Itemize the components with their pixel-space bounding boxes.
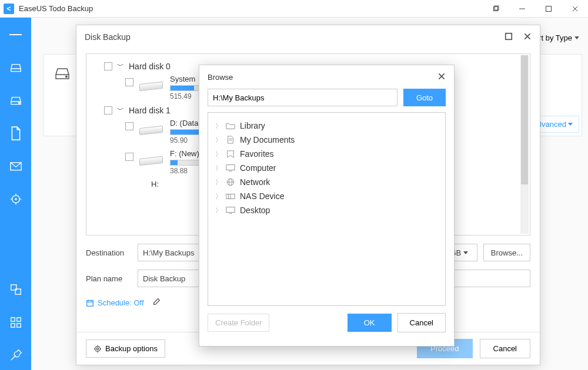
folder-icon (226, 122, 235, 130)
nas-icon (226, 192, 235, 200)
svg-rect-24 (87, 300, 93, 306)
tree-node-library[interactable]: 〉Library (215, 119, 438, 133)
destination-label: Destination (86, 248, 132, 257)
scrollbar[interactable] (520, 55, 529, 234)
checkbox[interactable] (125, 153, 133, 161)
svg-rect-17 (16, 318, 20, 321)
sidebar-system-icon[interactable] (9, 94, 22, 107)
browse-title: Browse (208, 73, 233, 82)
restore-down-icon[interactable] (482, 0, 509, 18)
checkbox[interactable] (125, 78, 133, 86)
browse-footer: Create Folder OK Cancel (199, 306, 454, 339)
sidebar-target-icon[interactable] (9, 193, 22, 206)
node-label: Library (240, 121, 265, 130)
minimize-button[interactable] (509, 0, 535, 18)
tree-node-nas[interactable]: 〉NAS Device (215, 189, 438, 203)
svg-rect-3 (546, 6, 551, 11)
globe-icon (226, 178, 235, 186)
disk-window-title: Disk Backup (85, 32, 131, 42)
browse-dialog: Browse Goto 〉Library 〉My Documents 〉Favo… (199, 65, 455, 347)
svg-rect-21 (506, 33, 512, 39)
backup-options-button[interactable]: Backup options (86, 339, 165, 358)
svg-point-9 (15, 198, 17, 200)
node-label: Computer (240, 163, 276, 173)
browse-tree: 〉Library 〉My Documents 〉Favorites 〉Compu… (208, 112, 446, 306)
node-label: My Documents (240, 135, 295, 144)
disk-label: Hard disk 1 (129, 106, 171, 115)
doc-icon (226, 136, 235, 144)
sidebar-apps-icon[interactable] (9, 316, 22, 329)
disk-window-titlebar: Disk Backup (76, 25, 540, 49)
sidebar-disk-icon[interactable] (9, 61, 22, 74)
svg-point-20 (66, 76, 67, 77)
svg-rect-19 (16, 324, 20, 327)
tree-node-desktop[interactable]: 〉Desktop (215, 203, 438, 217)
svg-rect-16 (11, 318, 14, 321)
node-label: Desktop (240, 206, 270, 215)
browse-cancel-button[interactable]: Cancel (397, 313, 446, 332)
edit-icon[interactable] (152, 298, 161, 308)
chevron-down-icon (568, 123, 573, 126)
monitor-icon (226, 164, 235, 172)
chevron-down-icon[interactable]: ﹀ (117, 61, 124, 71)
browse-button[interactable]: Browse... (483, 244, 530, 261)
schedule-label: Schedule: Off (98, 298, 144, 307)
tree-node-computer[interactable]: 〉Computer (215, 161, 438, 175)
schedule-link[interactable]: Schedule: Off (86, 298, 144, 307)
main-area: Sort by Type Advanced Disk Backup (31, 18, 588, 370)
checkbox[interactable] (125, 122, 133, 130)
svg-point-28 (95, 346, 101, 351)
disk-window-maximize[interactable] (505, 32, 513, 42)
disk-window-close[interactable] (523, 32, 532, 42)
sidebar-tools-icon[interactable] (9, 349, 22, 362)
svg-rect-46 (226, 207, 235, 213)
node-label: Network (240, 177, 270, 187)
svg-point-29 (96, 348, 99, 350)
plan-name-label: Plan name (86, 274, 132, 283)
titlebar: < EaseUS Todo Backup (0, 0, 588, 18)
monitor-icon (226, 206, 235, 214)
maximize-button[interactable] (535, 0, 562, 18)
gear-icon (93, 345, 102, 353)
app-title: EaseUS Todo Backup (19, 4, 93, 13)
node-label: Favorites (240, 149, 274, 159)
tree-node-network[interactable]: 〉Network (215, 175, 438, 189)
svg-rect-18 (11, 324, 14, 327)
tree-node-favorites[interactable]: 〉Favorites (215, 147, 438, 161)
close-button[interactable] (562, 0, 588, 18)
scrollbar-thumb[interactable] (521, 55, 528, 184)
sidebar (0, 18, 31, 370)
disk-label: Hard disk 0 (129, 62, 171, 71)
sidebar-clone-icon[interactable] (9, 283, 22, 296)
browse-close-button[interactable] (437, 72, 446, 82)
create-folder-button[interactable]: Create Folder (208, 314, 269, 332)
chevron-down-icon (463, 251, 468, 254)
app-logo-icon: < (4, 4, 14, 14)
svg-point-6 (18, 102, 19, 103)
cancel-button[interactable]: Cancel (480, 339, 530, 358)
checkbox[interactable] (104, 106, 112, 115)
path-input[interactable] (208, 89, 397, 106)
sidebar-file-icon[interactable] (9, 127, 22, 140)
node-label: NAS Device (240, 191, 284, 201)
window-buttons (482, 0, 588, 18)
browse-titlebar: Browse (199, 65, 454, 89)
checkbox[interactable] (104, 62, 112, 70)
svg-rect-38 (226, 165, 235, 170)
tree-node-documents[interactable]: 〉My Documents (215, 133, 438, 147)
star-icon (226, 150, 235, 158)
disk-icon (139, 149, 164, 167)
goto-button[interactable]: Goto (403, 89, 446, 106)
sidebar-mail-icon[interactable] (9, 160, 22, 173)
disk-icon (139, 75, 164, 92)
disk-icon (139, 119, 164, 136)
chevron-down-icon (574, 36, 579, 39)
ok-button[interactable]: OK (348, 314, 392, 332)
menu-icon[interactable] (9, 28, 22, 41)
chevron-down-icon[interactable]: ﹀ (117, 105, 124, 115)
panel-disk-icon (54, 66, 71, 83)
backup-options-label: Backup options (105, 344, 158, 353)
